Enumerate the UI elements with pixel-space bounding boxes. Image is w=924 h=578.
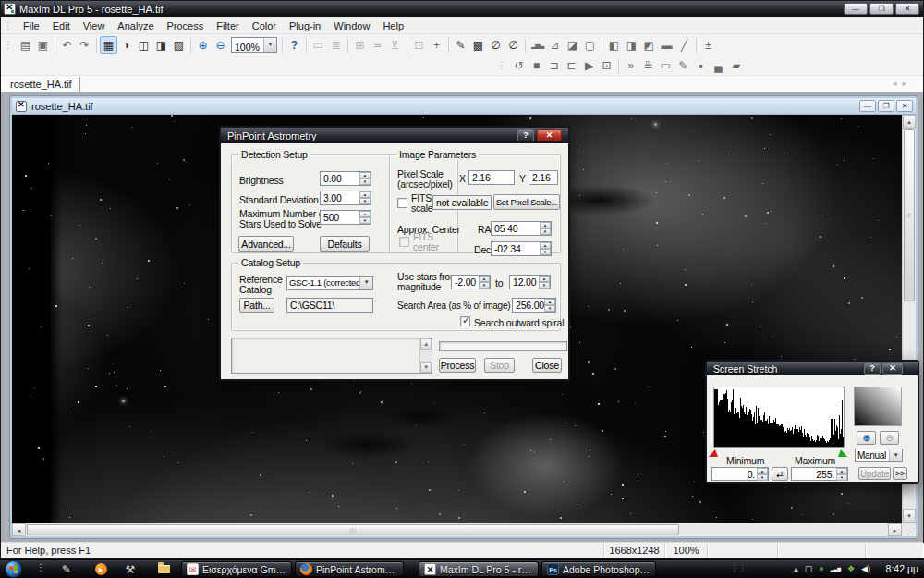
search-area-field[interactable]: 256.00 ▲▼ [512,298,556,313]
pixel-scale-x-field[interactable]: 2.16 [468,170,515,185]
taskbar-task-photoshop[interactable]: PsAdobe Photoshop C... [541,561,656,577]
horizontal-scrollbar[interactable]: ◂ ||| ▸ [12,523,902,536]
search-area-spinner[interactable]: ▲▼ [544,299,555,312]
line-profile-icon[interactable]: ⊿ [546,36,564,54]
menu-analyze[interactable]: Analyze [111,18,160,33]
expand-button[interactable]: >> [893,467,907,480]
brightness-spinner[interactable]: ▲▼ [359,172,371,185]
image-window-restore-button[interactable]: ❐ [878,100,894,112]
stack-icon[interactable]: ⊻ [386,36,404,54]
tab-rosette[interactable]: rosette_HA.tif [5,77,80,92]
taskbar-task-firefox[interactable]: PinPoint Astrometric... [295,561,404,577]
save-image-icon[interactable]: ▣ [34,36,52,54]
restore-button[interactable]: ❐ [869,3,894,15]
control-panel-icon[interactable]: ▭ [657,56,675,74]
plugin-icon[interactable]: ▰ [727,56,745,74]
ra-field[interactable]: 05 40 ▲▼ [491,221,552,236]
folder-icon[interactable] [154,560,173,578]
stretch-mode-select[interactable]: Manual ▼ [855,449,903,462]
update-button[interactable]: Update [858,467,891,480]
messenger-tray-icon[interactable]: ❖ [847,560,855,578]
defaults-button[interactable]: Defaults [320,236,370,252]
taskbar-clock[interactable]: 8:42 μμ [886,560,918,578]
no-guide-icon[interactable]: ∅ [505,36,522,54]
swatch-icon[interactable]: ▪ [692,56,710,74]
menu-help[interactable]: Help [376,18,410,33]
zoom-out-icon[interactable]: ⊖ [212,36,229,54]
stretch-zoom-out-button[interactable]: ⊖ [880,431,899,445]
pixel-scale-y-field[interactable]: 2.16 [529,170,558,185]
image-window-minimize-button[interactable]: — [859,100,876,112]
search-spiral-checkbox[interactable] [460,316,470,326]
undo-icon[interactable]: ↶ [58,36,76,54]
menu-color[interactable]: Color [246,18,283,33]
taskbar-task-gmail[interactable]: ✉Εισερχόμενα Gmail - ... [181,561,292,577]
mosaic-icon[interactable]: ▩ [469,36,487,54]
pin-image-icon[interactable]: ◨ [152,36,170,54]
sequence-stop-icon[interactable]: ■ [528,56,545,74]
dual-view-icon[interactable]: ◨ [623,36,640,54]
close-dialog-button[interactable]: Close [532,358,562,373]
stretch-help-button[interactable]: ? [864,363,881,375]
zoom-in-icon[interactable]: ⊕ [194,36,212,54]
pinpoint-titlebar[interactable]: PinPoint Astrometry ? ✕ [221,128,568,143]
brightness-field[interactable]: 0.00 ▲▼ [320,171,371,186]
magnitude-from-field[interactable]: -2.00 ▲▼ [451,275,491,289]
scroll-down-arrow[interactable]: ▾ [903,509,916,523]
close-button[interactable]: ✕ [895,3,919,15]
set-pixel-scale-button[interactable]: Set Pixel Scale... [493,194,560,210]
resize-grip[interactable]: ⋰ [907,527,915,535]
pixel-math-icon[interactable]: ± [699,36,717,54]
stretch-titlebar[interactable]: Screen Stretch ? ✕ [707,362,918,375]
stretch-close-button[interactable]: ✕ [882,363,903,375]
maximum-field[interactable]: 255. ▲▼ [791,467,848,481]
split-view-icon[interactable]: ◧ [605,36,623,54]
fits-scale-checkbox[interactable] [397,198,407,208]
frame-back-icon[interactable]: ⊏ [563,56,580,74]
minimum-field[interactable]: 0. ▲▼ [711,467,769,481]
zoom-level-select[interactable]: 100%▼ [231,37,277,53]
sketch-icon[interactable]: ✎ [675,56,692,74]
duplicate-window-icon[interactable]: ⊡ [410,36,428,54]
no-track-icon[interactable]: ∅ [487,36,505,54]
results-scroll-down[interactable]: ▼ [420,362,432,373]
advanced-button[interactable]: Advanced... [238,236,294,252]
open-image-icon[interactable]: ▤ [17,36,34,54]
single-expose-icon[interactable]: ⊡ [598,56,615,74]
swap-min-max-button[interactable]: ⇄ [772,467,788,481]
pen-input-icon[interactable]: ✎ [57,560,76,578]
ra-spinner[interactable]: ▲▼ [540,222,551,235]
path-button[interactable]: Path... [239,298,274,313]
volume-tray-icon[interactable]: ◀) [861,560,870,578]
process-button[interactable]: Process [439,358,476,373]
pinpoint-close-button[interactable]: ✕ [537,129,562,141]
menu-file[interactable]: File [17,18,46,33]
results-scrollbar[interactable]: ▲ ▼ [419,338,432,373]
strip-view-icon[interactable]: ▬ [658,36,675,54]
stamp-icon[interactable]: ▄ [710,56,727,74]
magnitude-to-field[interactable]: 12.00 ▲▼ [509,275,551,289]
dec-field[interactable]: -02 34 ▲▼ [491,241,552,256]
calibrate-icon[interactable]: ⊞ [351,36,369,54]
autosave-icon[interactable]: » [622,56,639,74]
annotate-icon[interactable]: ✎ [452,36,469,54]
main-titlebar[interactable]: MaxIm DL Pro 5 - rosette_HA.tif — ❐ ✕ [1,1,923,17]
status-tray-icon[interactable]: ● [819,560,823,578]
stretch-zoom-in-button[interactable]: ⊕ [857,431,876,445]
menu-filter[interactable]: Filter [210,18,245,33]
results-scroll-up[interactable]: ▲ [420,338,432,350]
stddev-spinner[interactable]: ▲▼ [359,191,371,204]
media-player-icon[interactable]: ▶ [91,560,110,578]
admin-tools-icon[interactable]: ⚒ [121,560,140,578]
align-icon[interactable]: ≖ [369,36,386,54]
layers-icon[interactable]: ≣ [327,36,345,54]
image-window-close-button[interactable]: ✕ [896,100,913,112]
vertical-scroll-thumb[interactable]: ≡ [904,129,915,301]
display-settings-icon[interactable]: ◑ [117,36,135,54]
stop-button[interactable]: Stop [484,358,515,373]
magnitude-from-spinner[interactable]: ▲▼ [479,276,490,289]
maxstars-spinner[interactable]: ▲▼ [359,211,371,224]
image-window-titlebar[interactable]: rosette_HA.tif — ❐ ✕ [12,98,916,115]
tab-scroll-arrows[interactable]: ◂▸ [893,79,912,88]
maximum-marker[interactable] [836,449,847,457]
